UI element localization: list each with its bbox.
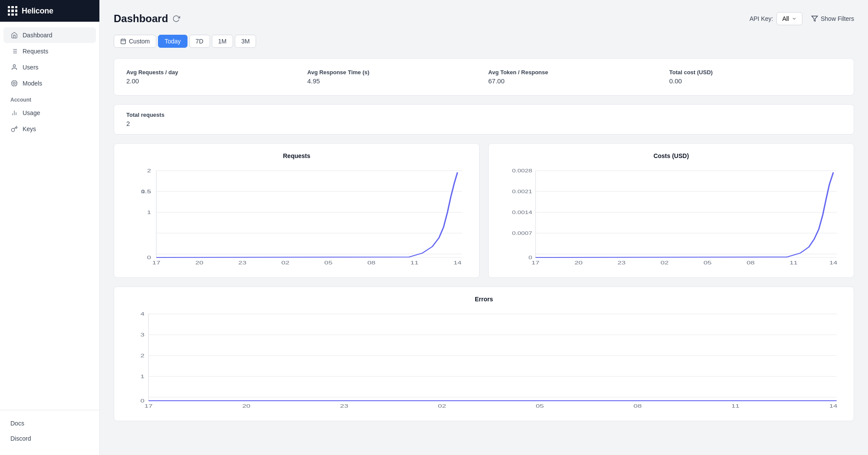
time-btn-custom[interactable]: Custom [114,35,156,48]
svg-point-6 [13,65,15,67]
costs-chart-svg: 0 0.0007 0.0014 0.0021 0.0028 17 20 23 0… [499,166,843,270]
svg-text:14: 14 [829,260,838,265]
svg-text:1: 1 [147,210,151,215]
svg-text:02: 02 [661,260,669,265]
svg-text:23: 23 [238,260,247,265]
svg-text:4: 4 [141,311,145,317]
stat-total-requests: Total requests 2 [126,112,164,127]
svg-text:1.5: 1.5 [141,189,151,194]
requests-chart-card: Requests 0 0.5 1 1.5 [114,143,480,278]
svg-text:14: 14 [454,260,462,265]
svg-text:20: 20 [195,260,204,265]
costs-chart-card: Costs (USD) 0 0.0007 0.0014 [488,143,854,278]
time-btn-1m[interactable]: 1M [212,35,233,48]
stat-total-cost-value: 0.00 [669,77,842,85]
time-filter-bar: Custom Today 7D 1M 3M [114,35,854,48]
sidebar-item-usage[interactable]: Usage [3,105,96,121]
sidebar-item-label-dashboard: Dashboard [23,32,53,39]
sidebar-docs[interactable]: Docs [3,416,96,431]
sidebar-bottom: Docs Discord [0,410,99,455]
show-filters-label: Show Filters [821,15,854,22]
svg-text:0.0014: 0.0014 [512,210,533,215]
stat-avg-response: Avg Response Time (s) 4.95 [307,69,480,85]
svg-text:02: 02 [281,260,289,265]
stat-avg-token-label: Avg Token / Response [488,69,661,76]
time-btn-3m-label: 3M [241,38,250,45]
stat-avg-response-value: 4.95 [307,77,480,85]
sidebar-item-label-requests: Requests [23,48,48,55]
sidebar-item-requests[interactable]: Requests [3,43,96,59]
api-key-value: All [782,15,789,22]
header-left: Dashboard [114,13,180,25]
sidebar-nav: Dashboard Requests Users Models Account [0,22,99,410]
stat-avg-requests-label: Avg Requests / day [126,69,299,76]
stat-avg-requests: Avg Requests / day 2.00 [126,69,299,85]
svg-text:05: 05 [536,403,544,409]
discord-label: Discord [10,435,31,442]
cpu-icon [10,79,18,87]
sidebar-item-users[interactable]: Users [3,59,96,75]
svg-text:08: 08 [746,260,755,265]
svg-text:11: 11 [411,260,419,265]
svg-rect-7 [12,81,17,86]
account-section-label: Account [0,92,99,105]
stat-extra-row: Total requests 2 [114,104,854,135]
sidebar-item-label-keys: Keys [23,125,36,132]
time-btn-1m-label: 1M [218,38,227,45]
stat-avg-token: Avg Token / Response 67.00 [488,69,661,85]
svg-text:0: 0 [147,255,151,260]
sidebar: Helicone Dashboard Requests Users Models [0,0,100,455]
page-title: Dashboard [114,13,168,25]
svg-text:0.0007: 0.0007 [512,231,533,236]
logo-text: Helicone [22,7,53,16]
header-right: API Key: All Show Filters [750,12,854,25]
time-btn-7d[interactable]: 7D [189,35,210,48]
svg-text:11: 11 [789,260,798,265]
svg-text:17: 17 [152,260,161,265]
errors-chart-svg: 0 1 2 3 4 17 20 23 02 05 08 11 14 [125,310,843,414]
sidebar-item-keys[interactable]: Keys [3,121,96,137]
svg-rect-8 [13,82,15,84]
time-btn-3m[interactable]: 3M [235,35,256,48]
list-icon [10,47,18,55]
svg-rect-21 [121,39,126,44]
svg-text:17: 17 [532,260,540,265]
logo-area[interactable]: Helicone [0,0,99,22]
svg-text:17: 17 [145,403,153,409]
svg-text:2: 2 [141,353,145,358]
svg-text:11: 11 [731,403,740,409]
stat-total-requests-value: 2 [126,120,164,127]
svg-text:20: 20 [575,260,583,265]
errors-chart-card: Errors 0 1 2 3 4 17 20 [114,287,854,421]
refresh-button[interactable] [172,15,180,23]
sidebar-item-label-usage: Usage [23,109,40,116]
requests-chart-title: Requests [125,152,469,159]
svg-text:0.0021: 0.0021 [512,189,533,195]
page-header: Dashboard API Key: All Show Filters [114,12,854,25]
svg-text:08: 08 [368,260,376,265]
svg-text:3: 3 [141,332,145,337]
costs-chart-area: 0 0.0007 0.0014 0.0021 0.0028 17 20 23 0… [499,166,843,270]
time-btn-7d-label: 7D [196,38,204,45]
sidebar-item-models[interactable]: Models [3,76,96,91]
svg-text:20: 20 [242,403,250,409]
show-filters-button[interactable]: Show Filters [811,15,854,22]
time-btn-today[interactable]: Today [158,35,187,48]
svg-text:02: 02 [438,403,446,409]
errors-chart-title: Errors [125,296,843,303]
stat-avg-token-value: 67.00 [488,77,661,85]
stats-row: Avg Requests / day 2.00 Avg Response Tim… [114,58,854,96]
api-key-select[interactable]: All [776,12,802,25]
sidebar-discord[interactable]: Discord [3,431,96,446]
costs-chart-title: Costs (USD) [499,152,843,159]
svg-text:23: 23 [618,260,626,265]
svg-text:0.0028: 0.0028 [512,168,533,174]
docs-label: Docs [10,420,24,427]
stat-total-cost: Total cost (USD) 0.00 [669,69,842,85]
time-btn-custom-label: Custom [129,38,150,45]
sidebar-item-dashboard[interactable]: Dashboard [3,27,96,43]
stat-avg-response-label: Avg Response Time (s) [307,69,480,76]
stat-total-requests-label: Total requests [126,112,164,118]
svg-text:0: 0 [141,398,145,403]
charts-row: Requests 0 0.5 1 1.5 [114,143,854,278]
